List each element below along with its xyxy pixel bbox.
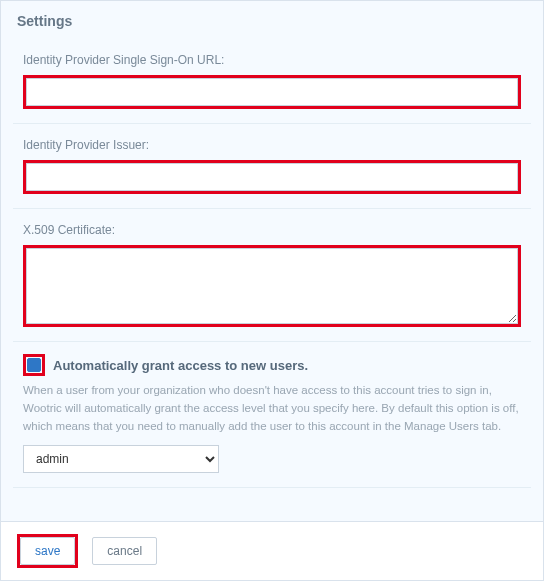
auto-grant-checkbox-highlight [23,354,45,376]
cancel-button[interactable]: cancel [92,537,157,565]
settings-panel: Settings Identity Provider Single Sign-O… [0,0,544,581]
save-button[interactable]: save [20,537,75,565]
auto-grant-help: When a user from your organization who d… [23,382,521,435]
cert-textarea[interactable] [26,248,518,324]
issuer-label: Identity Provider Issuer: [23,138,521,152]
sso-url-highlight [23,75,521,109]
footer: save cancel [1,521,543,580]
cert-highlight [23,245,521,327]
save-button-highlight: save [17,534,78,568]
issuer-highlight [23,160,521,194]
sso-url-label: Identity Provider Single Sign-On URL: [23,53,521,67]
cert-label: X.509 Certificate: [23,223,521,237]
sso-url-input[interactable] [26,78,518,106]
issuer-input[interactable] [26,163,518,191]
auto-grant-label: Automatically grant access to new users. [53,358,308,373]
panel-title: Settings [1,1,543,39]
auto-grant-checkbox[interactable] [27,358,41,372]
access-level-select[interactable]: admin [23,445,219,473]
